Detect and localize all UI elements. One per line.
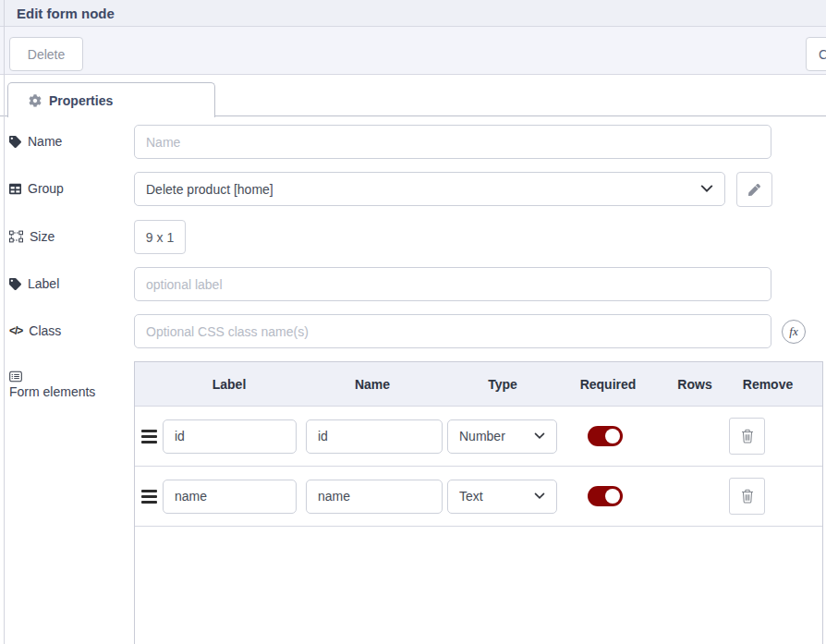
- class-label: </> Class: [9, 314, 134, 338]
- properties-form: Name Group Delete product [home]: [0, 116, 826, 644]
- drag-handle-icon[interactable]: [141, 487, 160, 506]
- object-group-icon: [9, 230, 23, 243]
- header-name: Name: [355, 377, 390, 392]
- gear-icon: [29, 94, 42, 107]
- trash-icon: [741, 429, 754, 444]
- size-label: Size: [9, 220, 134, 244]
- size-button[interactable]: 9 x 1: [134, 220, 186, 254]
- tag-icon: [9, 136, 21, 148]
- edit-form-node-dialog: Edit form node Delete Cancel Properties …: [0, 0, 826, 644]
- table-header: Label Name Type Required Rows Remove: [135, 362, 822, 407]
- name-label: Name: [9, 125, 134, 149]
- size-row: Size 9 x 1: [9, 220, 826, 254]
- class-input[interactable]: [134, 314, 771, 348]
- tray-edge-divider: [4, 0, 5, 644]
- element-label-input[interactable]: [163, 419, 297, 454]
- element-type-select[interactable]: Number: [447, 419, 557, 454]
- label-label: Label: [9, 267, 134, 291]
- form-elements-table: Label Name Type Required Rows Remove Num…: [134, 361, 823, 644]
- fx-expression-button[interactable]: fx: [782, 320, 806, 344]
- name-row: Name: [9, 125, 826, 159]
- dialog-toolbar: Delete Cancel: [0, 27, 826, 75]
- group-select[interactable]: Delete product [home]: [134, 172, 725, 206]
- dialog-titlebar: Edit form node: [0, 0, 826, 27]
- list-alt-icon: [9, 371, 22, 383]
- edit-group-button[interactable]: [736, 172, 772, 207]
- tag-icon: [9, 278, 21, 290]
- trash-icon: [741, 489, 754, 504]
- chevron-down-icon: [700, 185, 713, 193]
- header-rows: Rows: [677, 377, 711, 392]
- group-label: Group: [9, 172, 134, 196]
- table-grid-icon: [9, 183, 21, 195]
- dialog-title: Edit form node: [17, 6, 115, 21]
- element-name-input[interactable]: [306, 419, 443, 454]
- class-row: </> Class fx: [9, 314, 826, 348]
- chevron-down-icon: [534, 432, 545, 440]
- pencil-icon: [748, 184, 760, 196]
- name-input[interactable]: [134, 125, 771, 159]
- label-input[interactable]: [134, 267, 771, 301]
- delete-button[interactable]: Delete: [9, 37, 83, 71]
- form-elements-label: Form elements: [9, 361, 134, 399]
- form-elements-row: Form elements Label Name Type Required R…: [9, 361, 826, 644]
- header-type: Type: [488, 377, 517, 392]
- table-row: Text: [135, 467, 822, 527]
- element-type-select[interactable]: Text: [447, 480, 557, 514]
- required-toggle[interactable]: [588, 426, 623, 446]
- chevron-down-icon: [534, 492, 545, 500]
- drag-handle-icon[interactable]: [141, 427, 160, 446]
- tab-properties[interactable]: Properties: [7, 82, 215, 117]
- header-label: Label: [213, 377, 247, 392]
- tab-properties-label: Properties: [49, 93, 113, 108]
- remove-element-button[interactable]: [729, 418, 765, 455]
- element-label-input[interactable]: [163, 480, 297, 514]
- required-toggle[interactable]: [588, 486, 623, 506]
- group-row: Group Delete product [home]: [9, 172, 826, 207]
- tab-bar: Properties: [0, 75, 826, 116]
- element-name-input[interactable]: [306, 480, 443, 514]
- code-icon: </>: [9, 324, 22, 337]
- header-required: Required: [580, 377, 637, 392]
- remove-element-button[interactable]: [729, 478, 765, 515]
- header-remove: Remove: [743, 377, 793, 392]
- label-row: Label: [9, 267, 826, 301]
- table-row: Number: [135, 407, 822, 467]
- cancel-button[interactable]: Cancel: [806, 37, 826, 71]
